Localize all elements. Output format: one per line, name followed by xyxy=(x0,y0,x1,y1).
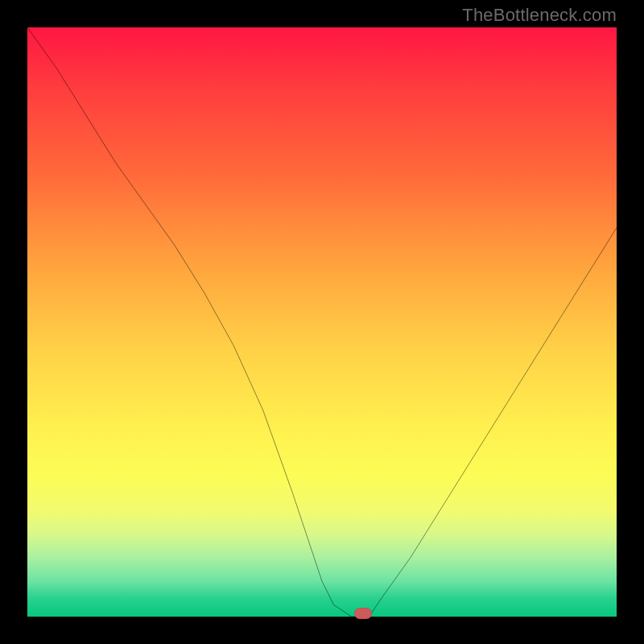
bottleneck-indicator-icon xyxy=(354,608,372,619)
chart-frame: TheBottleneck.com xyxy=(0,0,644,644)
chart-plot-area xyxy=(27,27,617,617)
watermark-label: TheBottleneck.com xyxy=(462,5,617,26)
